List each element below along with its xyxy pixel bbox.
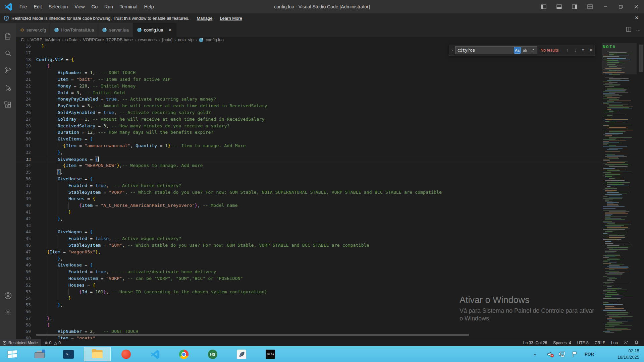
problems-status[interactable]: ⊗ 0 △ 0: [44, 341, 61, 345]
learn-more-link[interactable]: Learn More: [220, 16, 242, 21]
tab-config.lua[interactable]: config.lua✕: [133, 23, 176, 37]
breadcrumb-item[interactable]: noia_vip: [178, 38, 194, 42]
source-control-icon[interactable]: [0, 63, 16, 78]
code-line[interactable]: 46 StableSystem = "GUM", -- Which stable…: [16, 242, 602, 249]
code-line[interactable]: 52 Houses = {: [16, 282, 602, 289]
code-line[interactable]: 38 StableSystem = "VORP", -- Which stabl…: [16, 189, 602, 196]
taskbar-app-red-browser[interactable]: [113, 347, 140, 361]
code-line[interactable]: 27 GoldPay = 1, -- Amount he will receiv…: [16, 116, 602, 123]
find-input[interactable]: cityPos Aa ab .*: [455, 46, 537, 54]
more-actions-icon[interactable]: ⋯: [636, 27, 641, 33]
taskbar-app-hs-app[interactable]: HS: [199, 347, 226, 361]
code-line[interactable]: 37 Enabled = true, -- Active horse deliv…: [16, 182, 602, 189]
code-line[interactable]: 56: [16, 308, 602, 315]
previous-match-icon[interactable]: ↑: [564, 48, 571, 53]
tab-server.cfg[interactable]: ⚙server.cfg: [16, 23, 50, 37]
close-find-icon[interactable]: ✕: [587, 48, 595, 53]
eol-status[interactable]: CRLF: [595, 341, 605, 345]
breadcrumb-item[interactable]: C:: [21, 38, 25, 42]
taskbar-app-powershell[interactable]: >_: [55, 347, 82, 361]
breadcrumb-item[interactable]: [noia]: [162, 38, 172, 42]
code-line[interactable]: 32 },: [16, 149, 602, 156]
code-line[interactable]: 55 },: [16, 302, 602, 308]
indentation-status[interactable]: Spaces: 4: [553, 341, 571, 345]
menu-item-view[interactable]: View: [71, 2, 88, 11]
code-line[interactable]: 22 Money = 220, -- Initial Money: [16, 83, 602, 89]
code-editor[interactable]: 16 }1718Config.VIP = {19 {20 VipNumber =…: [16, 43, 602, 339]
taskbar-app-chrome[interactable]: [170, 347, 197, 361]
notifications-bell-icon[interactable]: [634, 340, 639, 346]
code-line[interactable]: 19 {: [16, 63, 602, 69]
close-tab-icon[interactable]: ✕: [168, 27, 172, 33]
minimap[interactable]: NOIA: [602, 43, 637, 339]
toggle-panel-icon[interactable]: [551, 0, 567, 13]
vertical-scrollbar[interactable]: [639, 45, 643, 72]
taskbar-app-redm[interactable]: [228, 347, 255, 361]
breadcrumb-item[interactable]: txData: [65, 38, 77, 42]
whole-word-toggle[interactable]: ab: [522, 47, 529, 54]
customize-layout-icon[interactable]: [582, 0, 598, 13]
taskbar-app-file-explorer[interactable]: [84, 347, 111, 361]
cursor-position-status[interactable]: Ln 33, Col 26: [523, 341, 547, 345]
code-line[interactable]: 58 {: [16, 322, 602, 328]
code-line[interactable]: 35 },: [16, 169, 602, 176]
regex-toggle[interactable]: .*: [529, 47, 536, 54]
settings-icon[interactable]: [0, 305, 16, 319]
code-line[interactable]: 20 VipNumber = 1, -- DONT TOUCH: [16, 69, 602, 76]
breadcrumb-item[interactable]: VORP_txAdmin: [31, 38, 60, 42]
code-line[interactable]: 50 Enabled = true, -- -- activate/deacti…: [16, 268, 602, 275]
explorer-icon[interactable]: [0, 29, 16, 44]
banner-close-icon[interactable]: ✕: [635, 15, 639, 20]
start-button[interactable]: [0, 346, 25, 362]
code-line[interactable]: 24 MoneyPayEnabled = true, -- Activate r…: [16, 96, 602, 103]
show-hidden-icons-button[interactable]: ▲: [531, 346, 539, 362]
code-line[interactable]: 47 {Item = "wagon05x"},: [16, 249, 602, 255]
find-query[interactable]: cityPos: [455, 48, 514, 53]
code-line[interactable]: 21 Item = "bait", -- Item used for activ…: [16, 76, 602, 83]
menu-item-file[interactable]: File: [16, 2, 31, 11]
menu-item-run[interactable]: Run: [101, 2, 116, 11]
code-line[interactable]: 53 {Id = 101}, -- House ID (according to…: [16, 289, 602, 295]
code-line[interactable]: 30 GiveItems = {: [16, 136, 602, 142]
code-line[interactable]: 43: [16, 222, 602, 229]
code-line[interactable]: 49 GiveHouse = {: [16, 262, 602, 268]
code-line[interactable]: 34 {Item = "WEAPON_BOW"},-- Weapons to m…: [16, 162, 602, 169]
match-case-toggle[interactable]: Aa: [514, 47, 521, 54]
accounts-icon[interactable]: [0, 288, 16, 303]
code-line[interactable]: 29 Duration = 12, --- How many days will…: [16, 129, 602, 136]
tab-HowToInstall.lua[interactable]: HowToInstall.lua: [50, 23, 98, 37]
code-line[interactable]: 36 GiveHorse = {: [16, 176, 602, 182]
menu-item-edit[interactable]: Edit: [31, 2, 45, 11]
language-mode-status[interactable]: Lua: [611, 341, 618, 345]
volume-muted-icon[interactable]: [545, 346, 556, 362]
code-line[interactable]: 54 }: [16, 295, 602, 302]
toggle-secondary-sidebar-icon[interactable]: [567, 0, 582, 13]
code-line[interactable]: 51 HouseSystem = "VORP", -- can be "VORP…: [16, 275, 602, 282]
taskbar-app-server-manager[interactable]: [26, 347, 53, 361]
manage-link[interactable]: Manage: [197, 16, 212, 21]
code-line[interactable]: 40 {Item = "A_C_Horse_AmericanPaint_Grey…: [16, 202, 602, 209]
code-line[interactable]: 42 },: [16, 216, 602, 222]
code-line[interactable]: 39 Horses = {: [16, 195, 602, 202]
code-line[interactable]: 23 Gold = 3, -- Initial Gold: [16, 89, 602, 96]
split-editor-icon[interactable]: [626, 27, 631, 33]
menu-item-selection[interactable]: Selection: [45, 2, 71, 11]
breadcrumb-item[interactable]: resources: [138, 38, 157, 42]
code-line[interactable]: 31 {Item = "ammoarrownormal", Quantity =…: [16, 142, 602, 149]
menu-item-terminal[interactable]: Terminal: [116, 2, 141, 11]
code-line[interactable]: 48 },: [16, 255, 602, 262]
next-match-icon[interactable]: ↓: [571, 48, 579, 53]
tab-server.lua[interactable]: server.lua: [98, 23, 133, 37]
restore-button[interactable]: [613, 0, 629, 13]
code-line[interactable]: 44 GiveWagon = {: [16, 229, 602, 235]
code-line[interactable]: 33 GiveWeapons = {: [16, 156, 602, 163]
breadcrumb-item[interactable]: config.lua: [206, 38, 224, 42]
code-line[interactable]: 26 GoldPayEnabled = true, -- Activate re…: [16, 109, 602, 116]
horizontal-scrollbar[interactable]: [36, 334, 469, 336]
toggle-sidebar-icon[interactable]: [536, 0, 551, 13]
extensions-icon[interactable]: [0, 98, 16, 112]
taskbar-app-noia-app[interactable]: NO IA: [257, 347, 284, 361]
menu-item-help[interactable]: Help: [141, 2, 157, 11]
restricted-mode-status[interactable]: Restricted Mode: [0, 339, 41, 346]
code-line[interactable]: 18Config.VIP = {: [16, 56, 602, 63]
